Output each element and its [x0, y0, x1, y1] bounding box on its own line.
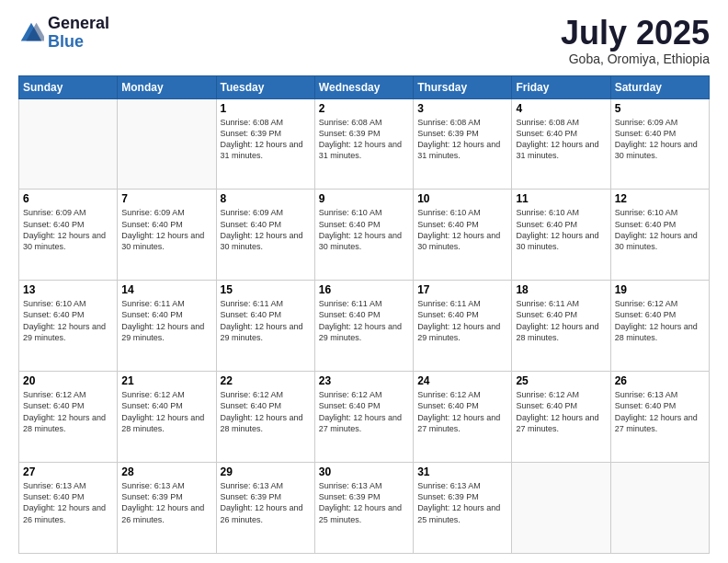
day-number: 16 — [319, 283, 409, 296]
col-header-thursday: Thursday — [414, 75, 512, 98]
calendar-cell: 2Sunrise: 6:08 AM Sunset: 6:39 PM Daylig… — [314, 98, 413, 190]
calendar-cell: 11Sunrise: 6:10 AM Sunset: 6:40 PM Dayli… — [512, 190, 610, 281]
header: General Blue July 2025 Goba, Oromiya, Et… — [18, 15, 710, 66]
calendar-cell — [512, 463, 610, 554]
day-info: Sunrise: 6:12 AM Sunset: 6:40 PM Dayligh… — [615, 298, 705, 343]
day-number: 12 — [615, 192, 705, 205]
day-number: 17 — [417, 283, 507, 296]
day-number: 23 — [319, 374, 409, 387]
day-number: 26 — [615, 374, 705, 387]
calendar-week-4: 27Sunrise: 6:13 AM Sunset: 6:40 PM Dayli… — [19, 463, 710, 554]
calendar-cell — [610, 463, 709, 554]
calendar-week-0: 1Sunrise: 6:08 AM Sunset: 6:39 PM Daylig… — [19, 98, 710, 190]
calendar-table: SundayMondayTuesdayWednesdayThursdayFrid… — [18, 75, 710, 554]
day-number: 18 — [516, 283, 606, 296]
day-info: Sunrise: 6:11 AM Sunset: 6:40 PM Dayligh… — [417, 298, 507, 343]
col-header-monday: Monday — [118, 75, 216, 98]
day-number: 15 — [221, 283, 311, 296]
calendar-cell: 9Sunrise: 6:10 AM Sunset: 6:40 PM Daylig… — [314, 190, 413, 281]
day-number: 25 — [516, 374, 606, 387]
calendar-cell: 30Sunrise: 6:13 AM Sunset: 6:39 PM Dayli… — [314, 463, 413, 554]
day-info: Sunrise: 6:11 AM Sunset: 6:40 PM Dayligh… — [319, 298, 409, 343]
calendar-cell: 7Sunrise: 6:09 AM Sunset: 6:40 PM Daylig… — [118, 190, 216, 281]
calendar-cell: 13Sunrise: 6:10 AM Sunset: 6:40 PM Dayli… — [19, 281, 118, 372]
calendar-cell: 16Sunrise: 6:11 AM Sunset: 6:40 PM Dayli… — [314, 281, 413, 372]
day-number: 7 — [121, 192, 211, 205]
calendar-week-1: 6Sunrise: 6:09 AM Sunset: 6:40 PM Daylig… — [19, 190, 710, 281]
day-info: Sunrise: 6:08 AM Sunset: 6:40 PM Dayligh… — [516, 117, 606, 162]
calendar-cell: 10Sunrise: 6:10 AM Sunset: 6:40 PM Dayli… — [414, 190, 512, 281]
day-number: 30 — [319, 465, 409, 478]
calendar-cell — [118, 98, 216, 190]
day-number: 14 — [121, 283, 211, 296]
calendar-cell: 24Sunrise: 6:12 AM Sunset: 6:40 PM Dayli… — [414, 372, 512, 463]
day-info: Sunrise: 6:13 AM Sunset: 6:40 PM Dayligh… — [23, 480, 113, 525]
calendar-cell: 21Sunrise: 6:12 AM Sunset: 6:40 PM Dayli… — [118, 372, 216, 463]
col-header-saturday: Saturday — [610, 75, 709, 98]
calendar-cell: 14Sunrise: 6:11 AM Sunset: 6:40 PM Dayli… — [118, 281, 216, 372]
calendar-cell: 26Sunrise: 6:13 AM Sunset: 6:40 PM Dayli… — [610, 372, 709, 463]
logo-general: General — [48, 15, 109, 33]
calendar-cell: 15Sunrise: 6:11 AM Sunset: 6:40 PM Dayli… — [216, 281, 314, 372]
day-number: 9 — [319, 192, 409, 205]
day-info: Sunrise: 6:10 AM Sunset: 6:40 PM Dayligh… — [417, 207, 507, 252]
calendar-week-2: 13Sunrise: 6:10 AM Sunset: 6:40 PM Dayli… — [19, 281, 710, 372]
calendar-cell: 31Sunrise: 6:13 AM Sunset: 6:39 PM Dayli… — [414, 463, 512, 554]
day-number: 28 — [121, 465, 211, 478]
calendar-cell: 25Sunrise: 6:12 AM Sunset: 6:40 PM Dayli… — [512, 372, 610, 463]
day-number: 31 — [417, 465, 507, 478]
day-info: Sunrise: 6:08 AM Sunset: 6:39 PM Dayligh… — [221, 117, 311, 162]
calendar-cell: 18Sunrise: 6:11 AM Sunset: 6:40 PM Dayli… — [512, 281, 610, 372]
col-header-friday: Friday — [512, 75, 610, 98]
day-number: 29 — [221, 465, 311, 478]
day-number: 2 — [319, 102, 409, 115]
day-info: Sunrise: 6:09 AM Sunset: 6:40 PM Dayligh… — [221, 207, 311, 252]
calendar-cell: 12Sunrise: 6:10 AM Sunset: 6:40 PM Dayli… — [610, 190, 709, 281]
day-info: Sunrise: 6:10 AM Sunset: 6:40 PM Dayligh… — [319, 207, 409, 252]
calendar-cell: 29Sunrise: 6:13 AM Sunset: 6:39 PM Dayli… — [216, 463, 314, 554]
day-info: Sunrise: 6:12 AM Sunset: 6:40 PM Dayligh… — [121, 389, 211, 434]
calendar-cell: 20Sunrise: 6:12 AM Sunset: 6:40 PM Dayli… — [19, 372, 118, 463]
day-info: Sunrise: 6:09 AM Sunset: 6:40 PM Dayligh… — [23, 207, 113, 252]
month-title: July 2025 — [561, 15, 710, 52]
title-section: July 2025 Goba, Oromiya, Ethiopia — [561, 15, 710, 66]
day-number: 4 — [516, 102, 606, 115]
day-info: Sunrise: 6:08 AM Sunset: 6:39 PM Dayligh… — [319, 117, 409, 162]
logo-blue: Blue — [48, 33, 109, 52]
calendar-cell — [19, 98, 118, 190]
day-info: Sunrise: 6:12 AM Sunset: 6:40 PM Dayligh… — [516, 389, 606, 434]
day-info: Sunrise: 6:11 AM Sunset: 6:40 PM Dayligh… — [516, 298, 606, 343]
day-number: 19 — [615, 283, 705, 296]
day-number: 8 — [221, 192, 311, 205]
calendar-header-row: SundayMondayTuesdayWednesdayThursdayFrid… — [19, 75, 710, 98]
day-info: Sunrise: 6:12 AM Sunset: 6:40 PM Dayligh… — [221, 389, 311, 434]
day-number: 20 — [23, 374, 113, 387]
calendar-cell: 23Sunrise: 6:12 AM Sunset: 6:40 PM Dayli… — [314, 372, 413, 463]
calendar-cell: 1Sunrise: 6:08 AM Sunset: 6:39 PM Daylig… — [216, 98, 314, 190]
day-info: Sunrise: 6:13 AM Sunset: 6:39 PM Dayligh… — [319, 480, 409, 525]
day-number: 5 — [615, 102, 705, 115]
calendar-cell: 22Sunrise: 6:12 AM Sunset: 6:40 PM Dayli… — [216, 372, 314, 463]
calendar-week-3: 20Sunrise: 6:12 AM Sunset: 6:40 PM Dayli… — [19, 372, 710, 463]
calendar-cell: 5Sunrise: 6:09 AM Sunset: 6:40 PM Daylig… — [610, 98, 709, 190]
day-info: Sunrise: 6:11 AM Sunset: 6:40 PM Dayligh… — [121, 298, 211, 343]
day-info: Sunrise: 6:13 AM Sunset: 6:39 PM Dayligh… — [221, 480, 311, 525]
logo-icon — [18, 20, 44, 46]
page: General Blue July 2025 Goba, Oromiya, Et… — [0, 0, 728, 563]
day-info: Sunrise: 6:12 AM Sunset: 6:40 PM Dayligh… — [417, 389, 507, 434]
day-number: 11 — [516, 192, 606, 205]
col-header-sunday: Sunday — [19, 75, 118, 98]
day-number: 10 — [417, 192, 507, 205]
calendar-cell: 28Sunrise: 6:13 AM Sunset: 6:39 PM Dayli… — [118, 463, 216, 554]
logo-text: General Blue — [48, 15, 109, 52]
day-number: 24 — [417, 374, 507, 387]
day-number: 21 — [121, 374, 211, 387]
day-info: Sunrise: 6:10 AM Sunset: 6:40 PM Dayligh… — [516, 207, 606, 252]
calendar-cell: 19Sunrise: 6:12 AM Sunset: 6:40 PM Dayli… — [610, 281, 709, 372]
calendar-cell: 3Sunrise: 6:08 AM Sunset: 6:39 PM Daylig… — [414, 98, 512, 190]
calendar-cell: 17Sunrise: 6:11 AM Sunset: 6:40 PM Dayli… — [414, 281, 512, 372]
day-info: Sunrise: 6:13 AM Sunset: 6:40 PM Dayligh… — [615, 389, 705, 434]
calendar-cell: 4Sunrise: 6:08 AM Sunset: 6:40 PM Daylig… — [512, 98, 610, 190]
day-info: Sunrise: 6:11 AM Sunset: 6:40 PM Dayligh… — [221, 298, 311, 343]
day-number: 3 — [417, 102, 507, 115]
